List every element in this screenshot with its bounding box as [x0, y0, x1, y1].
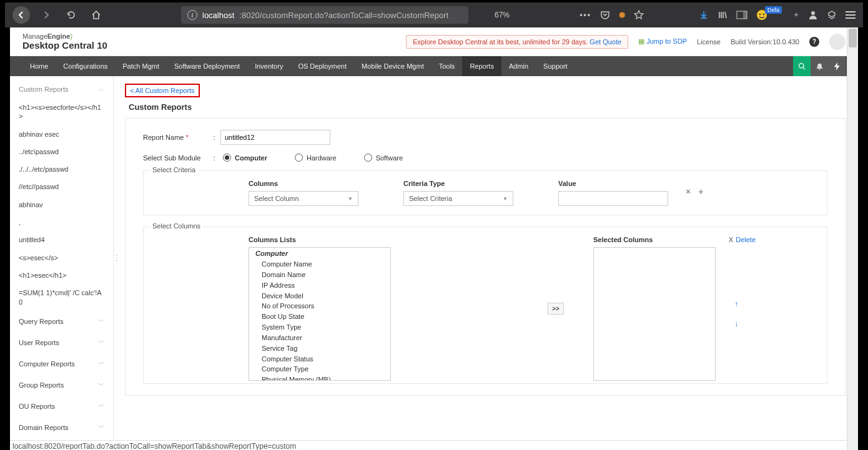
- nav-tab-patch-mgmt[interactable]: Patch Mgmt: [115, 56, 167, 76]
- chevron-down-icon: ﹀: [98, 317, 104, 326]
- list-item[interactable]: System Type: [249, 322, 390, 333]
- sidebar-item[interactable]: <h1><s>esecforte</s></h1>: [10, 99, 113, 125]
- back-button[interactable]: [12, 6, 30, 24]
- extensions-icon[interactable]: [827, 10, 837, 20]
- list-item[interactable]: Manufacturer: [249, 333, 390, 343]
- page-scrollbar[interactable]: [847, 27, 858, 450]
- sidebar-item[interactable]: ./../../etc/passwd: [10, 160, 113, 178]
- sidebar-item[interactable]: untitled4: [10, 231, 113, 248]
- reload-button[interactable]: [62, 6, 80, 24]
- menu-icon[interactable]: [846, 11, 856, 19]
- profile-icon[interactable]: [808, 10, 818, 20]
- sidebar-category-group-reports[interactable]: Group Reports﹀: [10, 374, 113, 396]
- account-icon[interactable]: Defa: [756, 9, 784, 21]
- remove-criteria-icon[interactable]: ×: [686, 187, 691, 197]
- home-button[interactable]: [87, 6, 105, 24]
- list-item[interactable]: Computer Name: [249, 259, 390, 270]
- radio-hardware[interactable]: Hardware: [295, 154, 337, 162]
- pocket-icon[interactable]: [600, 10, 610, 20]
- criteria-type-select[interactable]: Select Criteria▼: [403, 191, 513, 206]
- list-item[interactable]: Computer Type: [249, 364, 390, 374]
- selected-columns-listbox[interactable]: [593, 247, 716, 381]
- report-name-input[interactable]: [220, 130, 330, 145]
- jump-link[interactable]: ▦ Jump to SDP: [638, 37, 687, 46]
- list-item[interactable]: Physical Memory (MB): [249, 374, 390, 381]
- sidebar-icon[interactable]: [736, 11, 747, 19]
- list-item[interactable]: Computer Status: [249, 354, 390, 364]
- list-item[interactable]: Service Tag: [249, 343, 390, 354]
- license-link[interactable]: License: [697, 38, 721, 46]
- brand-logo: ManageEngine): [22, 32, 107, 40]
- nav-tab-support[interactable]: Support: [536, 56, 575, 76]
- nav-tab-admin[interactable]: Admin: [501, 56, 536, 76]
- sidebar-item[interactable]: //etc//passwd: [10, 178, 113, 195]
- nav-tab-reports[interactable]: Reports: [462, 56, 501, 76]
- sidebar-item[interactable]: =SUM(1 1)*cmd|' /C calc'!A0: [10, 284, 113, 311]
- avatar[interactable]: [829, 34, 846, 50]
- sidebar-category-ou-reports[interactable]: OU Reports﹀: [10, 396, 113, 417]
- sidebar-category-query-reports[interactable]: Query Reports﹀: [10, 311, 113, 332]
- nav-tab-software-deployment[interactable]: Software Deployment: [167, 56, 247, 76]
- library-icon[interactable]: [718, 10, 727, 20]
- product-name: Desktop Central 10: [22, 40, 107, 51]
- sidebar-item[interactable]: ../etc\passwd: [10, 143, 113, 160]
- search-button[interactable]: [793, 56, 811, 76]
- url-bar[interactable]: i localhost :8020/customReport.do?action…: [181, 6, 468, 24]
- sidebar-item[interactable]: <h1>esec</h1>: [10, 267, 113, 284]
- list-item[interactable]: No of Processors: [249, 301, 390, 311]
- nav-tab-inventory[interactable]: Inventory: [247, 56, 290, 76]
- notification-button[interactable]: [811, 56, 828, 76]
- columns-fieldset: Select Columns Columns Lists Computer Co…: [143, 227, 827, 384]
- download-icon[interactable]: [699, 10, 709, 20]
- radio-icon: [223, 154, 231, 162]
- chevron-down-icon: ﹀: [98, 402, 104, 411]
- nav-tab-configurations[interactable]: Configurations: [56, 56, 115, 76]
- page-title: Custom Reports: [125, 100, 846, 118]
- list-item[interactable]: IP Address: [249, 280, 390, 291]
- move-right-button[interactable]: >>: [548, 303, 564, 315]
- list-item[interactable]: Boot Up State: [249, 311, 390, 322]
- nav-tab-home[interactable]: Home: [22, 56, 56, 76]
- svg-point-6: [799, 63, 803, 67]
- move-down-button[interactable]: ↓: [734, 320, 738, 328]
- nav-tab-tools[interactable]: Tools: [432, 56, 463, 76]
- shield-icon[interactable]: ⬢: [619, 11, 625, 19]
- add-criteria-icon[interactable]: +: [698, 187, 703, 197]
- svg-point-5: [811, 11, 815, 15]
- get-quote-link[interactable]: Get Quote: [589, 38, 621, 46]
- sidebar-category-user-reports[interactable]: User Reports﹀: [10, 332, 113, 353]
- resize-handle[interactable]: ⋮: [114, 76, 120, 439]
- url-host: localhost: [202, 11, 234, 20]
- sidebar-header-custom[interactable]: Custom Reports︿: [10, 80, 113, 99]
- nav-tab-mobile-device-mgmt[interactable]: Mobile Device Mgmt: [354, 56, 432, 76]
- list-item[interactable]: Domain Name: [249, 270, 390, 280]
- list-item[interactable]: Device Model: [249, 291, 390, 301]
- sidebar-item[interactable]: abhinav esec: [10, 125, 113, 143]
- sidebar: Custom Reports︿ <h1><s>esecforte</s></h1…: [10, 76, 114, 439]
- help-icon[interactable]: ?: [809, 37, 819, 47]
- whatsnew-icon[interactable]: ✦: [793, 11, 799, 19]
- column-select[interactable]: Select Column▼: [249, 191, 358, 206]
- all-reports-link[interactable]: < All Custom Reports: [125, 84, 200, 97]
- sidebar-category-computer-reports[interactable]: Computer Reports﹀: [10, 353, 113, 374]
- svg-point-4: [763, 14, 765, 16]
- more-icon[interactable]: •••: [579, 11, 591, 19]
- sidebar-item[interactable]: ,: [10, 213, 113, 231]
- quick-action-button[interactable]: [828, 56, 846, 76]
- radio-computer[interactable]: Computer: [223, 154, 267, 162]
- chevron-down-icon: ﹀: [98, 381, 104, 389]
- star-icon[interactable]: [634, 10, 644, 20]
- move-up-button[interactable]: ↑: [734, 300, 738, 308]
- columns-listbox[interactable]: Computer Computer NameDomain NameIP Addr…: [249, 247, 391, 381]
- value-input[interactable]: [558, 191, 668, 206]
- sidebar-item[interactable]: abhinav: [10, 196, 113, 213]
- delete-selected-link[interactable]: X Delete: [729, 236, 756, 243]
- sidebar-item[interactable]: <s>esec</s>: [10, 249, 113, 267]
- app-header: ManageEngine) Desktop Central 10 Explore…: [10, 27, 858, 56]
- radio-software[interactable]: Software: [364, 154, 403, 162]
- sidebar-category-domain-reports[interactable]: Domain Reports﹀: [10, 417, 113, 438]
- forward-button[interactable]: [37, 6, 55, 24]
- chevron-down-icon: ﹀: [98, 338, 104, 347]
- nav-tab-os-deployment[interactable]: OS Deployment: [290, 56, 354, 76]
- list-group: Computer: [249, 248, 390, 259]
